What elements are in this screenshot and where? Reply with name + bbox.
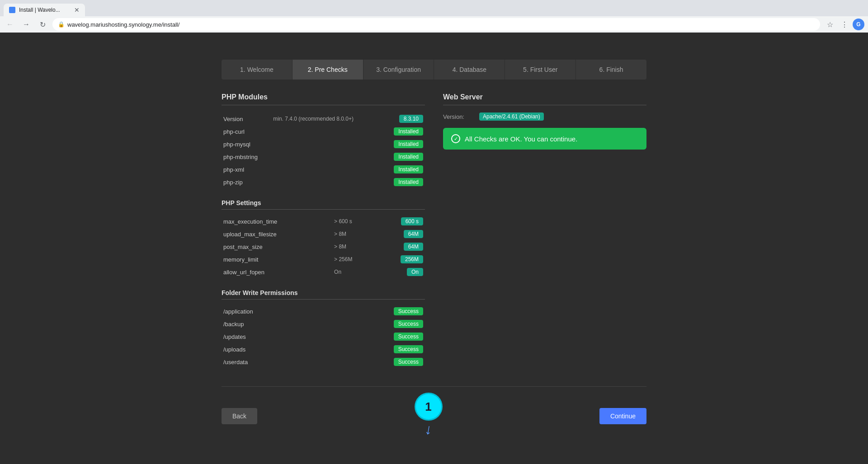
- check-required: min. 7.4.0 (recommended 8.0.0+): [271, 112, 382, 125]
- refresh-button[interactable]: ↻: [36, 18, 49, 31]
- lock-icon: 🔒: [58, 21, 65, 28]
- tab-close-button[interactable]: ✕: [74, 6, 80, 14]
- folder-status: Success: [329, 330, 425, 343]
- table-row: max_execution_time > 600 s 600 s: [222, 215, 425, 228]
- check-required: On: [332, 266, 374, 278]
- php-settings-heading: PHP Settings: [222, 199, 425, 210]
- check-name: php-curl: [222, 125, 271, 138]
- step-navigation: 1. Welcome 2. Pre Checks 3. Configuratio…: [222, 60, 646, 80]
- step-configuration[interactable]: 3. Configuration: [363, 60, 434, 80]
- php-modules-table: Version min. 7.4.0 (recommended 8.0.0+) …: [222, 112, 425, 188]
- check-name: allow_url_fopen: [222, 266, 332, 278]
- folder-spacer: [318, 356, 329, 368]
- folder-spacer: [318, 330, 329, 343]
- table-row: allow_url_fopen On On: [222, 266, 425, 278]
- folder-spacer: [318, 318, 329, 330]
- annotation-number: 1: [416, 394, 441, 419]
- check-value: 64M: [374, 240, 425, 253]
- check-name: post_max_size: [222, 240, 332, 253]
- check-required: [271, 138, 382, 150]
- back-button[interactable]: ←: [4, 18, 16, 31]
- check-value: Installed: [382, 150, 425, 163]
- table-row: Version min. 7.4.0 (recommended 8.0.0+) …: [222, 112, 425, 125]
- check-value: Installed: [382, 138, 425, 150]
- check-name: memory_limit: [222, 253, 332, 266]
- all-checks-text: All Checks are OK. You can continue.: [465, 135, 577, 143]
- table-row: php-curl Installed: [222, 125, 425, 138]
- folder-name: /backup: [222, 318, 318, 330]
- table-row: /backup Success: [222, 318, 425, 330]
- table-row: php-xml Installed: [222, 163, 425, 176]
- check-value: 256M: [374, 253, 425, 266]
- check-circle-icon: ✓: [451, 134, 460, 143]
- menu-button[interactable]: ⋮: [838, 18, 851, 31]
- web-server-version-badge: Apache/2.4.61 (Debian): [479, 112, 544, 121]
- web-server-heading: Web Server: [443, 93, 646, 105]
- folder-name: /application: [222, 305, 318, 318]
- annotation-arrow: ↓: [423, 421, 433, 438]
- installer-container: 1. Welcome 2. Pre Checks 3. Configuratio…: [222, 60, 646, 438]
- folder-spacer: [318, 305, 329, 318]
- check-required: [271, 125, 382, 138]
- folder-name: /userdata: [222, 356, 318, 368]
- php-settings-table: max_execution_time > 600 s 600 s upload_…: [222, 215, 425, 278]
- check-required: > 600 s: [332, 215, 374, 228]
- folder-name: /updates: [222, 330, 318, 343]
- check-value: Installed: [382, 125, 425, 138]
- web-server-version-row: Version: Apache/2.4.61 (Debian): [443, 112, 646, 121]
- check-name: php-xml: [222, 163, 271, 176]
- table-row: /updates Success: [222, 330, 425, 343]
- tab-favicon: [9, 7, 15, 13]
- check-name: php-mbstring: [222, 150, 271, 163]
- profile-avatar[interactable]: G: [853, 19, 864, 30]
- php-modules-heading: PHP Modules: [222, 93, 425, 105]
- check-required: > 8M: [332, 228, 374, 240]
- folder-name: /uploads: [222, 343, 318, 356]
- folder-permissions-table: /application Success /backup Success /up…: [222, 305, 425, 368]
- check-value: Installed: [382, 163, 425, 176]
- check-required: [271, 163, 382, 176]
- check-value: On: [374, 266, 425, 278]
- table-row: /userdata Success: [222, 356, 425, 368]
- folder-status: Success: [329, 305, 425, 318]
- check-required: [271, 150, 382, 163]
- bookmark-button[interactable]: ☆: [824, 18, 836, 31]
- continue-button[interactable]: Continue: [599, 408, 646, 424]
- check-value: 8.3.10: [382, 112, 425, 125]
- right-column: Web Server Version: Apache/2.4.61 (Debia…: [443, 93, 646, 368]
- all-checks-banner: ✓ All Checks are OK. You can continue.: [443, 128, 646, 150]
- table-row: php-zip Installed: [222, 176, 425, 188]
- table-row: php-mbstring Installed: [222, 150, 425, 163]
- check-name: max_execution_time: [222, 215, 332, 228]
- check-value: 600 s: [374, 215, 425, 228]
- left-column: PHP Modules Version min. 7.4.0 (recommen…: [222, 93, 425, 368]
- check-value: Installed: [382, 176, 425, 188]
- folder-permissions-heading: Folder Write Permissions: [222, 289, 425, 300]
- table-row: /uploads Success: [222, 343, 425, 356]
- step-database[interactable]: 4. Database: [434, 60, 505, 80]
- back-button[interactable]: Back: [222, 408, 257, 424]
- browser-tab[interactable]: Install | Wavelo... ✕: [4, 4, 85, 16]
- table-row: upload_max_filesize > 8M 64M: [222, 228, 425, 240]
- check-required: > 8M: [332, 240, 374, 253]
- step-pre-checks[interactable]: 2. Pre Checks: [292, 60, 363, 80]
- folder-status: Success: [329, 343, 425, 356]
- folder-status: Success: [329, 356, 425, 368]
- check-name: php-mysql: [222, 138, 271, 150]
- check-name: Version: [222, 112, 271, 125]
- address-bar[interactable]: 🔒 wavelog.mariushosting.synology.me/inst…: [52, 18, 820, 31]
- step-first-user[interactable]: 5. First User: [505, 60, 576, 80]
- check-value: 64M: [374, 228, 425, 240]
- footer-bar: Back 1 ↓ Continue: [222, 386, 646, 438]
- check-name: php-zip: [222, 176, 271, 188]
- table-row: /application Success: [222, 305, 425, 318]
- table-row: memory_limit > 256M 256M: [222, 253, 425, 266]
- folder-spacer: [318, 343, 329, 356]
- step-welcome[interactable]: 1. Welcome: [222, 60, 292, 80]
- table-row: php-mysql Installed: [222, 138, 425, 150]
- web-server-version-label: Version:: [443, 113, 475, 120]
- forward-button[interactable]: →: [20, 18, 33, 31]
- check-name: upload_max_filesize: [222, 228, 332, 240]
- tab-title: Install | Wavelo...: [19, 7, 60, 13]
- step-finish[interactable]: 6. Finish: [576, 60, 646, 80]
